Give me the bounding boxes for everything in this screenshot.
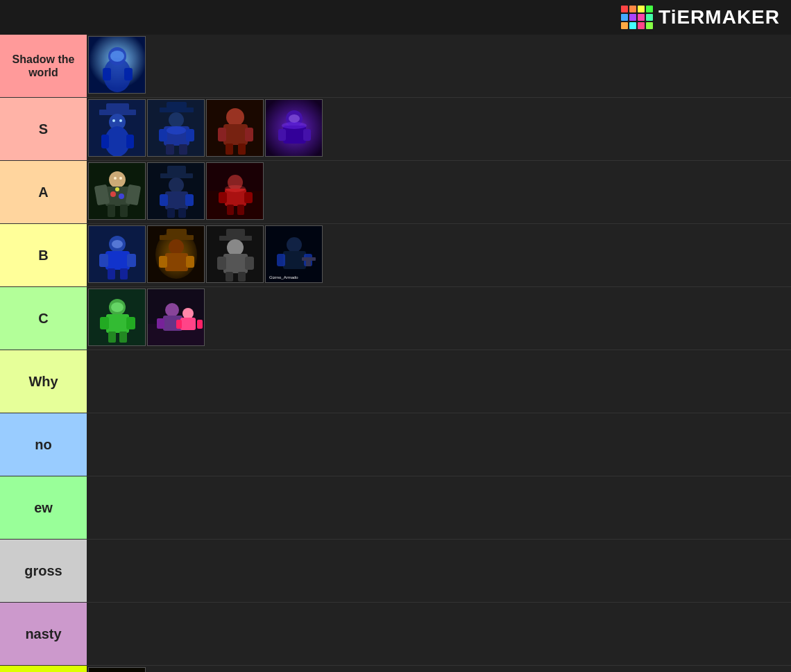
tier-label-s: S <box>0 98 87 160</box>
svg-rect-111 <box>108 331 116 343</box>
svg-rect-108 <box>106 314 129 333</box>
logo-cell <box>629 6 636 12</box>
svg-rect-57 <box>165 191 188 209</box>
character-image <box>88 162 146 220</box>
svg-rect-123 <box>197 320 203 329</box>
tier-row-why: Why <box>0 350 791 413</box>
svg-rect-59 <box>185 194 194 206</box>
svg-rect-121 <box>180 318 196 330</box>
svg-rect-5 <box>124 68 133 80</box>
tier-label-ew: ew <box>0 476 87 539</box>
svg-rect-85 <box>159 256 167 268</box>
svg-point-51 <box>119 193 124 199</box>
tier-row-getrid: just get rid of it its not worth the hum… <box>0 666 791 672</box>
tier-row-ew: ew <box>0 476 791 540</box>
svg-point-83 <box>169 239 184 255</box>
svg-rect-92 <box>217 257 226 270</box>
character-image <box>147 99 205 157</box>
tier-row-nasty: nasty <box>0 603 791 666</box>
character-image <box>88 36 146 94</box>
svg-rect-88 <box>226 229 245 236</box>
svg-point-48 <box>114 177 117 180</box>
tier-row-s: S <box>0 98 791 161</box>
svg-rect-68 <box>227 205 234 215</box>
character-image <box>147 225 205 283</box>
svg-rect-94 <box>226 272 233 282</box>
tier-row-no: no <box>0 413 791 476</box>
tier-content-a <box>87 161 791 223</box>
svg-point-90 <box>227 239 244 256</box>
svg-point-50 <box>110 191 116 197</box>
svg-rect-86 <box>186 256 194 268</box>
svg-rect-23 <box>179 144 187 155</box>
svg-rect-12 <box>126 135 134 148</box>
svg-rect-7 <box>106 103 129 110</box>
logo-title-text: TiERMAKER <box>658 6 780 28</box>
svg-point-3 <box>110 51 124 62</box>
svg-rect-76 <box>108 268 115 279</box>
tier-label-c: C <box>0 287 87 350</box>
svg-rect-66 <box>219 192 227 203</box>
character-image <box>265 99 323 157</box>
logo-cell <box>621 14 628 21</box>
character-image: Gizmo_Armado <box>265 225 323 283</box>
svg-point-26 <box>226 108 244 126</box>
tier-content-c <box>87 287 791 350</box>
tier-content-ew <box>87 476 791 539</box>
svg-rect-54 <box>167 166 186 174</box>
logo-cell <box>621 6 628 12</box>
svg-rect-58 <box>160 194 168 206</box>
svg-rect-93 <box>245 257 254 270</box>
svg-rect-38 <box>278 129 286 141</box>
tiermaker-logo: TiERMAKER <box>621 6 780 29</box>
character-image <box>147 162 205 220</box>
svg-rect-110 <box>126 317 135 329</box>
svg-rect-11 <box>101 135 109 148</box>
character-image <box>206 162 264 220</box>
svg-rect-118 <box>157 318 164 329</box>
svg-rect-30 <box>226 144 233 155</box>
character-image <box>206 225 264 283</box>
tier-label-nasty: nasty <box>0 603 87 665</box>
svg-point-113 <box>111 302 124 312</box>
svg-rect-46 <box>108 205 115 217</box>
svg-rect-73 <box>105 251 130 270</box>
tier-content-gross <box>87 540 791 602</box>
svg-point-116 <box>165 303 179 317</box>
svg-rect-31 <box>238 144 246 155</box>
svg-point-78 <box>112 240 123 248</box>
logo-cell <box>629 14 636 21</box>
svg-rect-101 <box>277 254 285 266</box>
svg-rect-103 <box>302 257 316 261</box>
tier-label-why: Why <box>0 350 87 413</box>
svg-rect-39 <box>303 129 311 141</box>
svg-point-13 <box>112 119 115 122</box>
svg-rect-95 <box>238 272 246 282</box>
svg-rect-75 <box>127 254 136 267</box>
svg-point-36 <box>289 114 300 123</box>
svg-rect-21 <box>186 129 194 141</box>
svg-rect-16 <box>167 102 187 108</box>
svg-rect-28 <box>218 128 226 141</box>
svg-rect-61 <box>178 208 186 218</box>
tier-content-why <box>87 350 791 413</box>
svg-point-52 <box>115 187 119 191</box>
svg-rect-20 <box>159 129 167 141</box>
svg-point-120 <box>182 308 194 319</box>
svg-rect-55 <box>160 173 193 178</box>
svg-rect-60 <box>167 208 175 218</box>
tier-content-nasty <box>87 603 791 665</box>
svg-rect-81 <box>167 229 187 236</box>
tier-content-shadow <box>87 35 791 97</box>
svg-rect-84 <box>165 253 188 271</box>
svg-rect-67 <box>244 192 253 203</box>
tier-content-b: Gizmo_Armado <box>87 224 791 286</box>
character-image <box>88 99 146 157</box>
svg-rect-122 <box>176 320 182 329</box>
tier-row-c: C <box>0 287 791 350</box>
svg-point-18 <box>169 112 184 128</box>
logo-cell <box>638 14 645 21</box>
tier-row-b: B <box>0 224 791 287</box>
logo-cell <box>638 22 645 29</box>
svg-rect-77 <box>120 268 128 279</box>
